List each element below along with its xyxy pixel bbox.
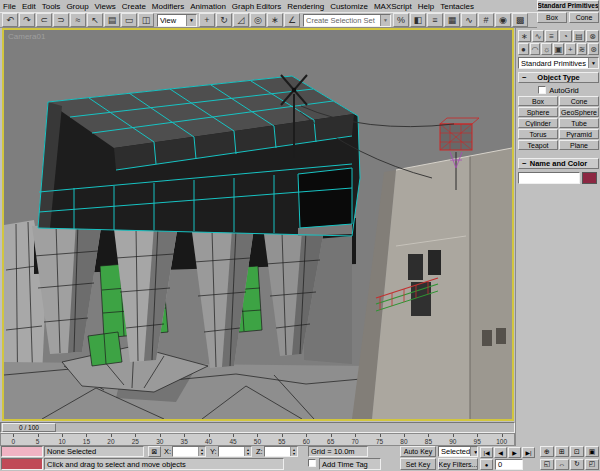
palette-box-button[interactable]: Box: [537, 12, 567, 23]
y-coord-field[interactable]: ▴▾: [218, 446, 252, 457]
zoom-all-button[interactable]: ⊞: [555, 446, 569, 457]
dropdown-arrow-icon[interactable]: ▼: [588, 58, 598, 68]
schematic-view-icon[interactable]: #: [478, 13, 494, 27]
rectangular-selection-region-icon[interactable]: ▭: [121, 13, 137, 27]
current-frame-field[interactable]: 0: [495, 459, 523, 470]
plane-button[interactable]: Plane: [559, 140, 599, 150]
menu-item[interactable]: Tentacles: [437, 1, 477, 12]
maxscript-macro-recorder[interactable]: [1, 446, 43, 457]
cameras-category[interactable]: ▣: [553, 43, 564, 55]
shapes-category[interactable]: ◠: [530, 43, 541, 55]
align-icon[interactable]: ≡: [427, 13, 443, 27]
x-spinner[interactable]: ▴▾: [198, 447, 205, 456]
selection-lock-toggle[interactable]: ⊠: [148, 446, 161, 457]
box-button[interactable]: Box: [518, 96, 558, 106]
frame-tick[interactable]: 25: [123, 438, 147, 445]
zoom-button[interactable]: ⊕: [540, 446, 554, 457]
utilities-tab[interactable]: ⊗: [586, 30, 599, 42]
frame-tick[interactable]: 80: [392, 438, 416, 445]
frame-tick[interactable]: 45: [221, 438, 245, 445]
time-slider-handle[interactable]: 0 / 100: [2, 423, 56, 432]
menu-item[interactable]: Graph Editors: [229, 1, 284, 12]
sphere-button[interactable]: Sphere: [518, 107, 558, 117]
pan-button[interactable]: ⇔: [555, 459, 569, 470]
dropdown-arrow-icon[interactable]: ▼: [380, 15, 390, 26]
frame-tick[interactable]: 75: [367, 438, 391, 445]
redo-icon[interactable]: ↷: [19, 13, 35, 27]
modify-tab[interactable]: ∿: [532, 30, 545, 42]
frame-tick[interactable]: 30: [148, 438, 172, 445]
percent-snap-icon[interactable]: %: [393, 13, 409, 27]
set-key-button[interactable]: Set Key: [400, 458, 436, 470]
systems-category[interactable]: ⊛: [588, 43, 599, 55]
time-tag-checkbox[interactable]: [308, 459, 316, 467]
maxscript-mini-listener[interactable]: [1, 458, 43, 470]
named-selection-set-combo[interactable]: Create Selection Set ▼: [303, 14, 391, 27]
go-to-start-button[interactable]: |◀: [480, 447, 493, 458]
spinner-down-icon[interactable]: ▾: [293, 452, 295, 456]
material-editor-icon[interactable]: ◉: [495, 13, 511, 27]
zoom-extents-button[interactable]: ⊡: [570, 446, 584, 457]
cone-button[interactable]: Cone: [559, 96, 599, 106]
cylinder-button[interactable]: Cylinder: [518, 118, 558, 128]
key-filters-button[interactable]: Key Filters...: [438, 458, 478, 470]
key-mode-toggle-button[interactable]: ●: [480, 459, 493, 470]
geometry-category[interactable]: ●: [518, 43, 529, 55]
mirror-icon[interactable]: ◧: [410, 13, 426, 27]
frame-tick[interactable]: 15: [74, 438, 98, 445]
layers-icon[interactable]: ▦: [444, 13, 460, 27]
palette-cone-button[interactable]: Cone: [569, 12, 599, 23]
hierarchy-tab[interactable]: ≡: [545, 30, 558, 42]
arc-rotate-button[interactable]: ↻: [570, 459, 584, 470]
z-spinner[interactable]: ▴▾: [290, 447, 297, 456]
menu-item[interactable]: File: [0, 1, 19, 12]
pyramid-button[interactable]: Pyramid: [559, 129, 599, 139]
add-time-tag-field[interactable]: Add Time Tag: [319, 458, 381, 470]
x-coord-field[interactable]: ▴▾: [172, 446, 206, 457]
frame-tick[interactable]: 65: [318, 438, 342, 445]
select-and-link-icon[interactable]: ⊂: [36, 13, 52, 27]
menu-item[interactable]: Help: [415, 1, 437, 12]
spinner-down-icon[interactable]: ▾: [201, 452, 203, 456]
snaps-toggle-icon[interactable]: ∠: [284, 13, 300, 27]
curve-editor-icon[interactable]: ∿: [461, 13, 477, 27]
spinner-down-icon[interactable]: ▾: [247, 452, 249, 456]
frame-tick[interactable]: 70: [343, 438, 367, 445]
undo-icon[interactable]: ↶: [2, 13, 18, 27]
dropdown-arrow-icon[interactable]: ▼: [470, 447, 478, 456]
dropdown-arrow-icon[interactable]: ▼: [186, 15, 196, 26]
go-to-end-button[interactable]: ▶|: [522, 447, 535, 458]
time-slider[interactable]: 0 / 100: [0, 422, 515, 433]
geometry-type-dropdown[interactable]: Standard Primitives ▼: [518, 57, 599, 69]
render-scene-icon[interactable]: ▩: [512, 13, 528, 27]
key-selection-combo[interactable]: Selected ▼: [438, 446, 478, 457]
menu-item[interactable]: Modifiers: [149, 1, 187, 12]
zoom-extents-all-button[interactable]: ▣: [585, 446, 599, 457]
use-pivot-center-icon[interactable]: ◎: [250, 13, 266, 27]
frame-tick[interactable]: 95: [465, 438, 489, 445]
auto-key-button[interactable]: Auto Key: [400, 446, 436, 457]
select-and-scale-icon[interactable]: ◿: [233, 13, 249, 27]
menu-item[interactable]: Animation: [187, 1, 229, 12]
menu-item[interactable]: Views: [92, 1, 119, 12]
select-by-name-icon[interactable]: ▤: [104, 13, 120, 27]
window-crossing-icon[interactable]: ◫: [138, 13, 154, 27]
object-type-rollout[interactable]: − Object Type: [518, 72, 599, 83]
helpers-category[interactable]: +: [565, 43, 576, 55]
tube-button[interactable]: Tube: [559, 118, 599, 128]
frame-tick[interactable]: 60: [294, 438, 318, 445]
object-color-swatch[interactable]: [582, 172, 597, 184]
zoom-region-button[interactable]: ◱: [540, 459, 554, 470]
lights-category[interactable]: ☼: [541, 43, 552, 55]
menu-item[interactable]: Rendering: [284, 1, 327, 12]
select-and-rotate-icon[interactable]: ↻: [216, 13, 232, 27]
z-coord-field[interactable]: ▴▾: [264, 446, 298, 457]
menu-item[interactable]: Tools: [39, 1, 64, 12]
create-tab[interactable]: ∗: [518, 30, 531, 42]
select-and-move-icon[interactable]: +: [199, 13, 215, 27]
track-bar[interactable]: 0510152025303540455055606570758085909510…: [0, 433, 515, 446]
menu-item[interactable]: Group: [63, 1, 91, 12]
menu-item[interactable]: Create: [119, 1, 149, 12]
menu-item[interactable]: MAXScript: [371, 1, 415, 12]
select-object-icon[interactable]: ↖: [87, 13, 103, 27]
